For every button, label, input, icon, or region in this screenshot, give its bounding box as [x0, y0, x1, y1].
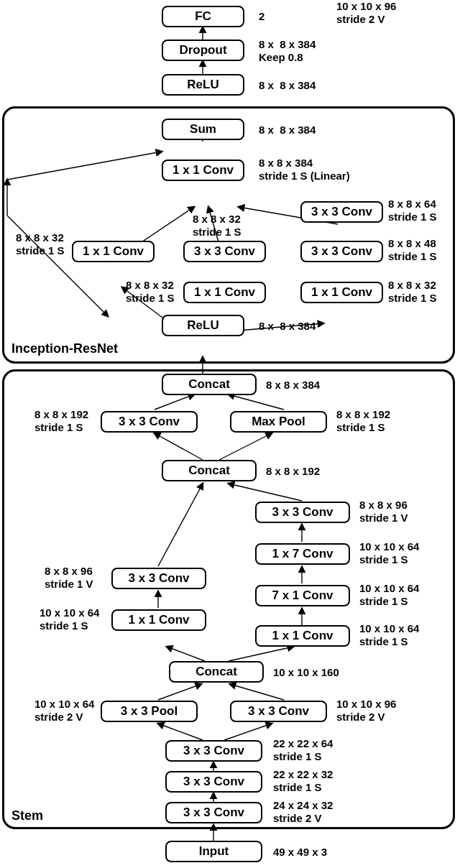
l-conv3x3-block: 3 x 3 Conv: [111, 568, 206, 589]
label: 3 x 3 Conv: [128, 571, 189, 586]
sum-annotation: 8 x 8 x 384: [259, 124, 316, 137]
conv3x3-low-annotation-2: 10 x 10 x 96 stride 2 V: [336, 698, 396, 724]
fc-annotation: 2: [259, 10, 264, 23]
conv1x1-right-bot-block: 1 x 1 Conv: [300, 282, 383, 303]
input-block: Input: [165, 841, 262, 862]
conv3x3-mid-annotation: 8 x 8 x 32 stride 1 S: [193, 213, 242, 239]
concat-low-block: Concat: [169, 661, 264, 683]
concat-top-annotation: 8 x 8 x 384: [266, 379, 320, 392]
input-annotation: 49 x 49 x 3: [273, 846, 327, 859]
conv3x3-s3-annotation: 24 x 24 x 32 stride 2 V: [273, 799, 333, 825]
inception-resnet-label: Inception-ResNet: [12, 341, 118, 356]
label: 3 x 3 Conv: [183, 805, 244, 820]
maxpool-annotation: 8 x 8 x 192 stride 1 S: [336, 408, 390, 434]
l-conv1x1-annotation: 10 x 10 x 64 stride 1 S: [40, 606, 99, 632]
dropout-block: Dropout: [162, 40, 244, 61]
r-conv1x7-block: 1 x 7 Conv: [255, 543, 350, 565]
label: Max Pool: [252, 415, 305, 429]
conv1x1-right-bot-annotation: 8 x 8 x 32 stride 1 S: [388, 279, 437, 305]
label: Concat: [188, 463, 230, 478]
relu-top-annotation: 8 x 8 x 384: [259, 79, 316, 92]
conv3x3-s2-block: 3 x 3 Conv: [165, 771, 262, 793]
nn-architecture-diagram: { "top": { "fc": "FC", "fc_ann": "2", "d…: [0, 0, 460, 868]
label: 3 x 3 Conv: [194, 244, 255, 259]
l-conv3x3-annotation: 8 x 8 x 96 stride 1 V: [45, 565, 93, 591]
label: 3 x 3 Conv: [248, 704, 309, 719]
label: Sum: [190, 122, 216, 137]
sum-block: Sum: [162, 119, 244, 140]
label: 3 x 3 Pool: [121, 704, 178, 719]
conv1x1-top-annotation: 8 x 8 x 384 stride 1 S (Linear): [259, 157, 350, 183]
conv3x3-mid-block: 3 x 3 Conv: [183, 241, 266, 262]
relu-top-block: ReLU: [162, 74, 244, 96]
label: Dropout: [179, 43, 226, 57]
label: 3 x 3 Conv: [272, 505, 333, 520]
label: 1 x 7 Conv: [272, 547, 333, 561]
label: 3 x 3 Conv: [183, 744, 244, 758]
concat-low-annotation: 10 x 10 x 160: [273, 666, 339, 679]
conv1x1-mid-bot-block: 1 x 1 Conv: [183, 282, 266, 303]
conv3x3-s1-annotation: 22 x 22 x 64 stride 1 S: [273, 737, 333, 763]
conv3x3-right-bot-annotation: 8 x 8 x 48 stride 1 S: [388, 237, 437, 263]
label: 1 x 1 Conv: [128, 613, 189, 627]
label: 3 x 3 Conv: [311, 244, 372, 259]
label: 1 x 1 Conv: [194, 285, 255, 300]
r-conv1x1-block: 1 x 1 Conv: [255, 625, 350, 647]
label: 3 x 3 Conv: [119, 415, 180, 429]
l-conv1x1-block: 1 x 1 Conv: [111, 609, 206, 631]
conv1x1-top-block: 1 x 1 Conv: [162, 160, 244, 181]
relu-inflow-annotation: 8 x 8 x 32 stride 1 S: [126, 279, 175, 305]
pool3x3-annotation: 10 x 10 x 64 stride 2 V: [34, 698, 94, 724]
r-conv7x1-annotation: 10 x 10 x 64 stride 1 S: [359, 582, 419, 608]
conv3x3-right-top-block: 3 x 3 Conv: [300, 201, 383, 223]
label: 7 x 1 Conv: [272, 588, 333, 603]
maxpool-block: Max Pool: [230, 411, 327, 433]
r-conv7x1-block: 7 x 1 Conv: [255, 585, 350, 606]
conv3x3-low-block: 3 x 3 Conv: [230, 701, 327, 722]
label: 1 x 1 Conv: [172, 163, 234, 177]
conv3x3-low-annotation: 10 x 10 x 96 stride 2 V: [336, 0, 396, 26]
label: 1 x 1 Conv: [83, 244, 144, 259]
label: Input: [199, 844, 229, 859]
label: Concat: [196, 665, 237, 679]
conv3x3-right-top-annotation: 8 x 8 x 64 stride 1 S: [388, 198, 437, 223]
pool3x3-block: 3 x 3 Pool: [101, 701, 198, 722]
conv3x3-tl-block: 3 x 3 Conv: [101, 411, 198, 433]
dropout-annotation: 8 x 8 x 384 Keep 0.8: [259, 38, 316, 64]
concat-mid-annotation: 8 x 8 x 192: [266, 465, 320, 478]
relu-ir-annotation: 8 x 8 x 384: [259, 320, 316, 333]
conv3x3-s3-block: 3 x 3 Conv: [165, 802, 262, 823]
label: 1 x 1 Conv: [272, 629, 333, 643]
r-conv1x7-annotation: 10 x 10 x 64 stride 1 S: [359, 540, 419, 566]
label: FC: [195, 9, 211, 24]
label: 3 x 3 Conv: [183, 775, 244, 789]
r-conv1x1-annotation: 10 x 10 x 64 stride 1 S: [359, 622, 419, 648]
relu-ir-block: ReLU: [162, 315, 244, 336]
conv1x1-left-block: 1 x 1 Conv: [72, 241, 155, 262]
r-conv3x3-a-block: 3 x 3 Conv: [255, 502, 350, 523]
conv3x3-tl-annotation: 8 x 8 x 192 stride 1 S: [34, 408, 88, 434]
fc-block: FC: [162, 6, 244, 27]
concat-mid-block: Concat: [162, 460, 257, 481]
r-conv3x3-a-annotation: 8 x 8 x 96 stride 1 V: [359, 499, 408, 525]
concat-top-block: Concat: [162, 374, 257, 395]
conv3x3-right-bot-block: 3 x 3 Conv: [300, 241, 383, 262]
label: ReLU: [187, 318, 218, 333]
stem-label: Stem: [12, 808, 43, 823]
conv1x1-left-annotation: 8 x 8 x 32 stride 1 S: [16, 231, 65, 257]
conv3x3-s1-block: 3 x 3 Conv: [165, 740, 262, 762]
label: ReLU: [187, 78, 218, 92]
label: 3 x 3 Conv: [311, 205, 372, 219]
label: 1 x 1 Conv: [311, 285, 372, 300]
conv3x3-s2-annotation: 22 x 22 x 32 stride 1 S: [273, 768, 333, 794]
label: Concat: [188, 377, 230, 392]
